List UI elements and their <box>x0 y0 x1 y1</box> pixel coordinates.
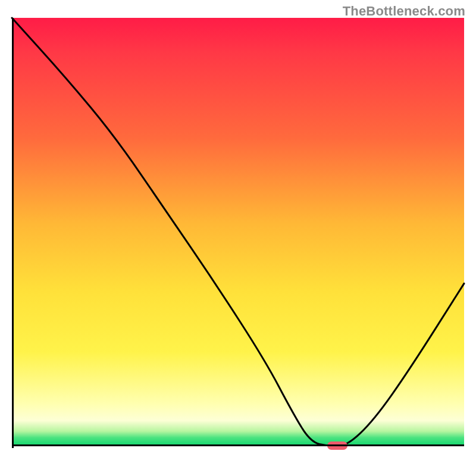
bottleneck-curve <box>12 18 464 446</box>
y-axis <box>12 18 14 448</box>
chart-container: TheBottleneck.com <box>0 0 476 476</box>
curve-path <box>12 18 464 446</box>
watermark-text: TheBottleneck.com <box>343 4 465 19</box>
x-axis <box>12 444 464 446</box>
plot-area <box>12 18 464 464</box>
